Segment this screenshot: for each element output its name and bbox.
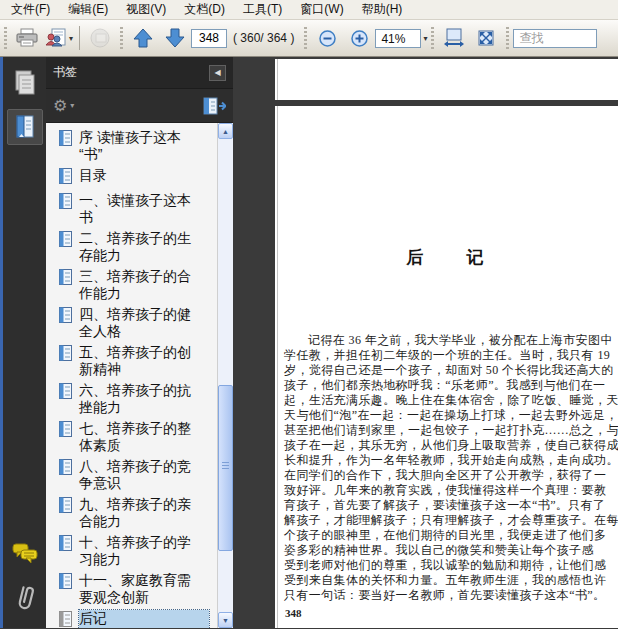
bookmark-page-icon bbox=[59, 130, 72, 146]
zoom-dropdown-arrow-icon[interactable]: ▾ bbox=[423, 34, 427, 43]
bookmark-item[interactable]: 六、培养孩子的抗挫能力 bbox=[59, 382, 213, 416]
bookmark-item[interactable]: 五、培养孩子的创新精神 bbox=[59, 344, 213, 378]
bookmarks-tree: 序 读懂孩子这本“书” 目录 一、读懂孩子这本书 二、培养孩子的生存能力 三、培… bbox=[46, 123, 233, 628]
bookmarks-icon bbox=[13, 114, 37, 140]
bookmark-page-icon bbox=[59, 497, 72, 513]
text-line: 孩子，他们都亲热地称呼我：“乐老师”。我感到与他们在一 bbox=[284, 378, 614, 393]
text-line: 只有一句话：要当好一名教师，首先要读懂孩子这本“书”。 bbox=[284, 588, 614, 603]
bookmark-page-icon bbox=[59, 269, 72, 285]
menu-item[interactable]: 编辑(E) bbox=[59, 0, 117, 20]
bookmark-label: 八、培养孩子的竞争意识 bbox=[79, 458, 197, 492]
text-line: 记得在 36 年之前，我大学毕业，被分配在上海市安图中 bbox=[284, 333, 614, 348]
bookmark-page-icon bbox=[59, 573, 72, 589]
bookmark-list: 序 读懂孩子这本“书” 目录 一、读懂孩子这本书 二、培养孩子的生存能力 三、培… bbox=[59, 129, 213, 628]
share-disabled-icon bbox=[88, 27, 112, 49]
text-line: 天与他们“泡”在一起：一起在操场上打球，一起去野外远足， bbox=[284, 408, 614, 423]
zoom-level-combobox[interactable]: 41% bbox=[375, 29, 421, 48]
toolbar-grip[interactable] bbox=[304, 27, 307, 49]
text-line: 甚至把他们请到家里，一起包饺子，一起打扑克……总之，与 bbox=[284, 423, 614, 438]
bookmark-page-icon bbox=[59, 383, 72, 399]
document-view[interactable]: 后 记 记得在 36 年之前，我大学毕业，被分配在上海市安图中学任教，并担任初二… bbox=[233, 57, 618, 628]
goto-current-bookmark-button[interactable] bbox=[202, 97, 226, 115]
page-count-label: ( 360/ 364 ) bbox=[233, 31, 294, 45]
menu-item[interactable]: 文档(D) bbox=[175, 0, 234, 20]
review-comment-button[interactable]: ▾ bbox=[43, 23, 75, 53]
bookmark-label: 序 读懂孩子这本“书” bbox=[79, 129, 197, 163]
menu-item[interactable]: 文件(F) bbox=[2, 0, 59, 20]
bookmark-label: 六、培养孩子的抗挫能力 bbox=[79, 382, 197, 416]
bookmarks-panel-toolbar: ⚙ ▾ bbox=[46, 89, 233, 123]
bookmark-item[interactable]: 十、培养孩子的学习能力 bbox=[59, 534, 213, 568]
text-line: 岁，觉得自己还是一个孩子，却面对 50 个长得比我还高大的 bbox=[284, 363, 614, 378]
bookmark-item[interactable]: 一、读懂孩子这本书 bbox=[59, 192, 213, 226]
bookmark-page-icon bbox=[59, 611, 72, 627]
bookmark-item[interactable]: 二、培养孩子的生存能力 bbox=[59, 230, 213, 264]
bookmark-label: 五、培养孩子的创新精神 bbox=[79, 344, 197, 378]
previous-page-button[interactable] bbox=[127, 23, 159, 53]
find-input[interactable] bbox=[513, 29, 597, 48]
tab-attachments[interactable] bbox=[7, 580, 43, 616]
bookmark-label: 一、读懂孩子这本书 bbox=[79, 192, 197, 226]
toolbar-grip[interactable] bbox=[120, 27, 123, 49]
bookmark-item[interactable]: 七、培养孩子的整体素质 bbox=[59, 420, 213, 454]
next-page-button[interactable] bbox=[159, 23, 191, 53]
bookmark-item[interactable]: 八、培养孩子的竞争意识 bbox=[59, 458, 213, 492]
bookmark-expand-icon bbox=[202, 97, 226, 115]
fit-width-button[interactable] bbox=[438, 23, 470, 53]
print-button[interactable] bbox=[11, 23, 43, 53]
menu-item[interactable]: 窗口(W) bbox=[291, 0, 352, 20]
bookmark-page-icon bbox=[59, 168, 72, 184]
toolbar-grip[interactable] bbox=[431, 27, 434, 49]
menu-item[interactable]: 视图(V) bbox=[117, 0, 175, 20]
comments-icon bbox=[11, 542, 39, 566]
pages-icon bbox=[13, 70, 37, 96]
bookmark-page-icon bbox=[59, 535, 72, 551]
tab-comments[interactable] bbox=[7, 536, 43, 572]
bookmark-page-icon bbox=[59, 421, 72, 437]
text-line: 姿多彩的精神世界。我以自己的微笑和赞美让每个孩子感 bbox=[284, 543, 614, 558]
zoom-in-button[interactable] bbox=[343, 23, 375, 53]
collapse-panel-button[interactable]: ◀ bbox=[209, 65, 226, 81]
fit-page-button[interactable] bbox=[470, 23, 502, 53]
bookmark-item[interactable]: 后记 bbox=[59, 610, 213, 628]
page-title: 后 记 bbox=[275, 246, 618, 269]
bookmarks-scrollbar[interactable]: ▲ ▼ bbox=[217, 123, 233, 628]
text-line: 致好评。几年来的教育实践，使我懂得这样一个真理：要教 bbox=[284, 483, 614, 498]
tab-bookmarks[interactable] bbox=[7, 109, 43, 145]
scroll-up-button[interactable]: ▲ bbox=[218, 123, 233, 139]
text-line: 受到老师对他们的尊重，我以诚挚的勉励和期待，让他们感 bbox=[284, 558, 614, 573]
bookmark-item[interactable]: 目录 bbox=[59, 167, 213, 188]
bookmark-item[interactable]: 三、培养孩子的合作能力 bbox=[59, 268, 213, 302]
text-line: 受到来自集体的关怀和力量。五年教师生涯，我的感悟也许 bbox=[284, 573, 614, 588]
text-line: 长和提升，作为一名年轻教师，我开始走向成熟，走向成功。 bbox=[284, 453, 614, 468]
menu-item[interactable]: 帮助(H) bbox=[353, 0, 412, 20]
bookmarks-panel: 书签 ◀ ⚙ ▾ 序 读懂孩子这本“书” 目录 bbox=[46, 57, 233, 628]
bookmark-label: 目录 bbox=[79, 167, 197, 188]
bookmarks-panel-header: 书签 ◀ bbox=[46, 57, 233, 89]
bookmark-item[interactable]: 序 读懂孩子这本“书” bbox=[59, 129, 213, 163]
page-number-label: 348 bbox=[285, 607, 618, 619]
text-line: 在同学们的合作下，我大胆向全区开了公开教学，获得了一 bbox=[284, 468, 614, 483]
options-gear-icon[interactable]: ⚙ bbox=[53, 98, 67, 114]
bookmark-label: 二、培养孩子的生存能力 bbox=[79, 230, 197, 264]
scrollbar-thumb[interactable] bbox=[218, 385, 233, 551]
bookmark-page-icon bbox=[59, 307, 72, 323]
zoom-out-button[interactable] bbox=[311, 23, 343, 53]
bookmark-item[interactable]: 四、培养孩子的健全人格 bbox=[59, 306, 213, 340]
menu-bar: 文件(F)编辑(E)视图(V)文档(D)工具(T)窗口(W)帮助(H) bbox=[0, 0, 618, 20]
fit-page-icon bbox=[475, 27, 497, 49]
page-number-input[interactable] bbox=[191, 29, 227, 48]
bookmark-item[interactable]: 九、培养孩子的亲合能力 bbox=[59, 496, 213, 530]
chevron-down-icon: ▾ bbox=[69, 34, 73, 43]
tab-pages[interactable] bbox=[7, 65, 43, 101]
page-body-text: 记得在 36 年之前，我大学毕业，被分配在上海市安图中学任教，并担任初二年级的一… bbox=[284, 333, 614, 603]
toolbar-grip[interactable] bbox=[506, 27, 509, 49]
toolbar-grip[interactable] bbox=[4, 27, 7, 49]
text-line: 育孩子，首先要了解孩子，要读懂孩子这一本“书”。只有了 bbox=[284, 498, 614, 513]
chevron-down-icon[interactable]: ▾ bbox=[70, 101, 74, 110]
bookmark-page-icon bbox=[59, 345, 72, 361]
scroll-down-button[interactable]: ▼ bbox=[218, 612, 233, 628]
bookmark-item[interactable]: 十一、家庭教育需要观念创新 bbox=[59, 572, 213, 606]
menu-item[interactable]: 工具(T) bbox=[234, 0, 291, 20]
bookmark-label: 七、培养孩子的整体素质 bbox=[79, 420, 197, 454]
